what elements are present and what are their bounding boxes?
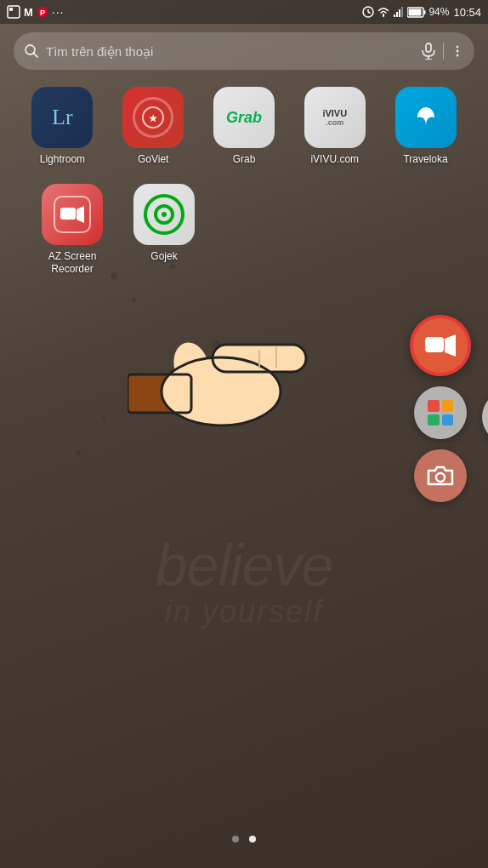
search-bar[interactable] [14,32,474,70]
app-icon-traveloka[interactable] [395,87,457,148]
dot-2-active [249,836,256,842]
svg-text:P: P [40,9,45,17]
record-icon [425,334,456,357]
app-item-grab[interactable]: Grab Grab [206,87,282,167]
svg-point-20 [457,50,459,53]
svg-rect-8 [396,12,398,17]
splatter-dot [77,451,81,455]
svg-marker-25 [77,206,84,223]
gallery-icon [7,5,20,19]
svg-rect-0 [8,6,20,18]
svg-rect-1 [9,8,13,11]
app-label-lightroom: Lightroom [40,153,85,167]
svg-text:★: ★ [149,113,158,123]
lr-text: Lr [52,105,73,130]
svg-line-15 [34,54,38,58]
goviet-inner: ★ [133,97,173,138]
ellipsis-icon: ··· [52,5,65,19]
battery-percent: 94% [428,6,449,18]
float-camera-button[interactable] [414,449,467,502]
signal-icon [393,6,405,18]
mic-icon[interactable] [421,43,436,60]
app-label-goviet: GoViet [138,153,168,167]
app-icon-gojek[interactable] [133,184,195,245]
svg-point-33 [204,377,230,397]
clock-icon [362,6,374,18]
app-row-1: Lr Lightroom ★ GoViet Grab Grab iVIVU .c… [0,78,488,175]
float-buttons-row [414,386,467,439]
float-record-button[interactable] [410,315,471,376]
more-options-icon[interactable] [451,44,464,58]
svg-rect-7 [394,14,395,17]
svg-point-21 [457,54,459,57]
svg-rect-13 [424,10,426,14]
grid-cell-2 [442,400,454,412]
app-icon-goviet[interactable]: ★ [122,87,184,148]
goviet-logo: ★ [141,106,165,129]
pinterest-icon: P [37,6,48,18]
app-label-grab: Grab [233,153,256,167]
splatter-dot [102,417,105,420]
app-item-az-screen-recorder[interactable]: AZ ScreenRecorder [34,184,111,277]
svg-point-19 [457,46,459,49]
camera-icon [427,464,454,488]
pointing-hand [128,302,315,438]
float-grid-button[interactable] [414,386,467,439]
app-label-traveloka: Traveloka [403,153,447,167]
wifi-icon [377,6,390,18]
az-inner [54,196,91,233]
traveloka-bird [409,100,443,134]
floating-buttons-area [410,315,471,502]
time-display: 10:54 [453,6,481,19]
app-label-az: AZ ScreenRecorder [48,250,97,277]
az-camera-icon [60,205,84,224]
svg-rect-39 [425,337,444,352]
svg-line-6 [368,12,371,14]
svg-rect-16 [426,43,431,52]
app-item-gojek[interactable]: Gojek [126,184,202,277]
grab-text: Grab [226,109,262,127]
app-item-lightroom[interactable]: Lr Lightroom [24,87,100,167]
status-bar: M P ··· [0,0,488,24]
app-label-gojek: Gojek [150,250,177,264]
status-bar-right: 94% 10:54 [362,6,481,19]
status-bar-left-icons: M P ··· [7,5,65,19]
page-indicator [0,836,488,842]
battery-icon [407,7,426,18]
app-icon-lightroom[interactable]: Lr [31,87,93,148]
svg-point-43 [436,473,445,482]
m-status-icon: M [24,6,33,19]
hand-svg [128,302,315,438]
ivivu-com: .com [326,118,343,127]
gojek-logo [142,192,186,237]
app-icon-grab[interactable]: Grab [213,87,275,148]
grid-cell-3 [428,414,440,426]
ivivu-text: iVIVU [322,109,347,118]
grid-icon [428,400,453,425]
search-input[interactable] [46,44,414,59]
svg-rect-12 [409,9,422,15]
dot-1 [232,836,239,842]
svg-marker-40 [445,334,456,357]
svg-rect-9 [399,9,400,17]
app-label-ivivu: iVIVU.com [310,153,359,167]
app-icon-ivivu[interactable]: iVIVU .com [304,87,366,148]
svg-point-28 [162,212,167,217]
app-item-traveloka[interactable]: Traveloka [388,87,464,167]
grid-cell-4 [442,414,454,426]
app-icon-az[interactable] [42,184,103,245]
app-row-2: AZ ScreenRecorder Gojek [0,175,488,285]
app-item-goviet[interactable]: ★ GoViet [115,87,191,167]
svg-rect-10 [401,7,403,17]
grid-cell-1 [428,400,440,412]
svg-rect-24 [60,208,76,220]
search-icon [24,43,39,59]
search-divider [443,43,444,60]
ivivu-content: iVIVU .com [322,109,347,127]
app-item-ivivu[interactable]: iVIVU .com iVIVU.com [297,87,373,167]
